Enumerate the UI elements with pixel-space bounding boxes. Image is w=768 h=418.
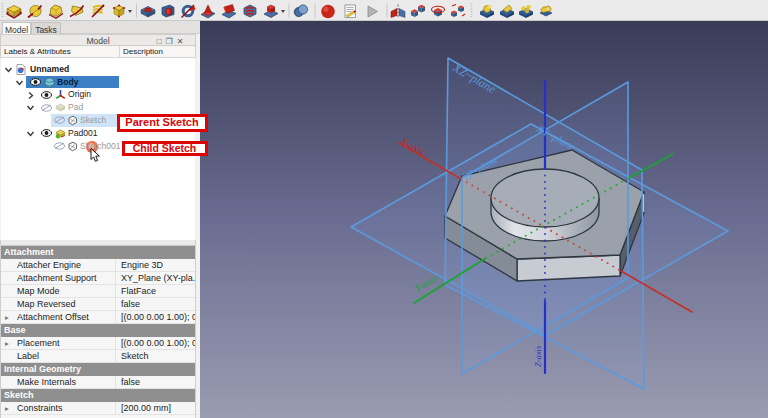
svg-text:Z-axis: Z-axis: [533, 345, 543, 367]
